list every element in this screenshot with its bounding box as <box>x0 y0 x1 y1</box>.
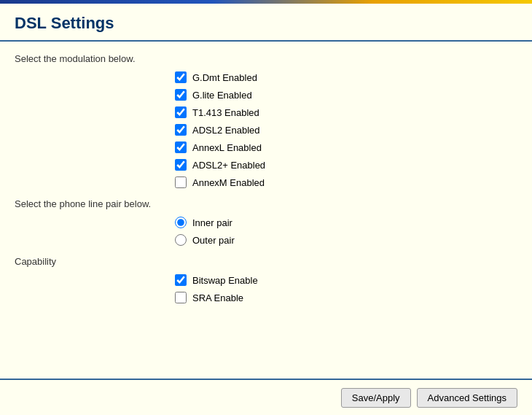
modulation-section: Select the modulation below. G.Dmt Enabl… <box>15 53 517 188</box>
page-header: DSL Settings <box>0 4 532 42</box>
inner-pair-radio[interactable] <box>175 217 187 228</box>
modulation-checkboxes: G.Dmt Enabled G.lite Enabled T1.413 Enab… <box>175 71 517 188</box>
phoneline-label: Select the phone line pair below. <box>15 198 517 209</box>
adsl2-row: ADSL2 Enabled <box>175 124 517 136</box>
adsl2plus-row: ADSL2+ Enabled <box>175 159 517 171</box>
sra-label[interactable]: SRA Enable <box>192 292 243 303</box>
t1413-label[interactable]: T1.413 Enabled <box>192 107 259 118</box>
gdmt-row: G.Dmt Enabled <box>175 71 517 83</box>
annexl-row: AnnexL Enabled <box>175 141 517 153</box>
advanced-settings-button[interactable]: Advanced Settings <box>417 388 517 408</box>
annexl-checkbox[interactable] <box>175 141 187 153</box>
gdmt-checkbox[interactable] <box>175 71 187 83</box>
t1413-checkbox[interactable] <box>175 106 187 118</box>
capability-checkboxes: Bitswap Enable SRA Enable <box>175 274 517 303</box>
glite-label[interactable]: G.lite Enabled <box>192 90 252 101</box>
main-content: Select the modulation below. G.Dmt Enabl… <box>0 42 532 325</box>
phoneline-section: Select the phone line pair below. Inner … <box>15 198 517 246</box>
annexm-row: AnnexM Enabled <box>175 177 517 188</box>
sra-row: SRA Enable <box>175 292 517 303</box>
sra-checkbox[interactable] <box>175 292 187 303</box>
annexl-label[interactable]: AnnexL Enabled <box>192 142 262 153</box>
inner-pair-row: Inner pair <box>175 217 517 228</box>
adsl2-label[interactable]: ADSL2 Enabled <box>192 125 260 136</box>
page-title: DSL Settings <box>15 14 517 33</box>
bitswap-label[interactable]: Bitswap Enable <box>192 275 258 286</box>
outer-pair-label[interactable]: Outer pair <box>192 235 235 246</box>
outer-pair-radio[interactable] <box>175 234 187 246</box>
capability-section: Capability Bitswap Enable SRA Enable <box>15 256 517 303</box>
outer-pair-row: Outer pair <box>175 234 517 246</box>
glite-checkbox[interactable] <box>175 89 187 101</box>
t1413-row: T1.413 Enabled <box>175 106 517 118</box>
inner-pair-label[interactable]: Inner pair <box>192 217 232 228</box>
modulation-label: Select the modulation below. <box>15 53 517 64</box>
bitswap-checkbox[interactable] <box>175 274 187 286</box>
annexm-checkbox[interactable] <box>175 177 187 188</box>
bottom-toolbar: Save/Apply Advanced Settings <box>0 379 532 415</box>
bitswap-row: Bitswap Enable <box>175 274 517 286</box>
phoneline-radios: Inner pair Outer pair <box>175 217 517 246</box>
annexm-label[interactable]: AnnexM Enabled <box>192 177 265 188</box>
gdmt-label[interactable]: G.Dmt Enabled <box>192 72 257 83</box>
capability-label: Capability <box>15 256 517 267</box>
save-apply-button[interactable]: Save/Apply <box>341 388 411 408</box>
adsl2plus-label[interactable]: ADSL2+ Enabled <box>192 160 265 171</box>
adsl2-checkbox[interactable] <box>175 124 187 136</box>
adsl2plus-checkbox[interactable] <box>175 159 187 171</box>
glite-row: G.lite Enabled <box>175 89 517 101</box>
